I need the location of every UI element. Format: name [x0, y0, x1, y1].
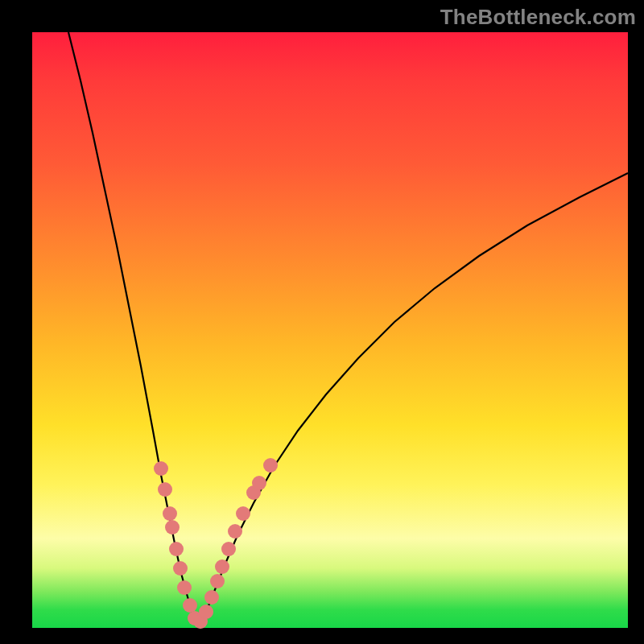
marker-point	[177, 580, 192, 595]
marker-point	[228, 524, 242, 539]
marker-point	[221, 542, 236, 556]
marker-point	[236, 506, 250, 521]
marker-group	[154, 458, 278, 629]
marker-point	[199, 605, 213, 619]
marker-point	[252, 476, 266, 490]
marker-point	[210, 574, 225, 588]
marker-point	[173, 561, 188, 576]
chart-frame: TheBottleneck.com	[0, 0, 644, 644]
plot-area	[32, 32, 628, 628]
watermark-text: TheBottleneck.com	[440, 5, 636, 30]
marker-point	[183, 598, 197, 613]
marker-point	[158, 482, 172, 497]
marker-point	[263, 458, 278, 473]
marker-point	[169, 542, 184, 556]
marker-point	[165, 520, 180, 535]
curve-right-branch	[201, 173, 628, 624]
marker-point	[215, 559, 229, 574]
curve-left-branch	[68, 32, 196, 624]
chart-svg	[32, 32, 628, 628]
marker-point	[163, 506, 177, 521]
marker-point	[154, 461, 168, 476]
marker-point	[204, 590, 219, 605]
